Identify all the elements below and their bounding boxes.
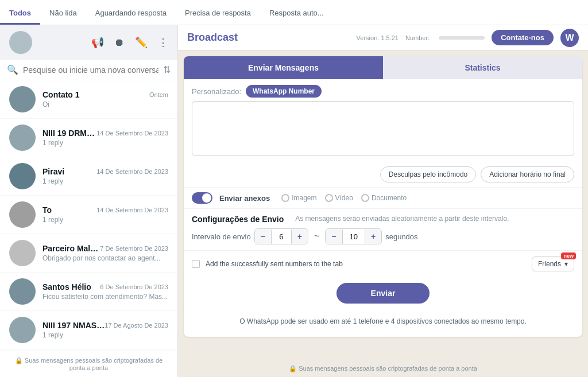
friends-label: Friends [538,260,561,268]
enviar-button[interactable]: Enviar [336,283,430,304]
sidebar-header: 📢 ⏺ ✏️ ⋮ [0,25,177,60]
conv-time: Ontem [149,91,168,98]
menu-icon[interactable]: ⋮ [158,36,168,49]
friends-select[interactable]: Friends ▾ new [532,256,574,271]
status-icon[interactable]: ⏺ [114,37,125,49]
message-area [192,101,574,156]
conv-msg: Ficou satisfeito com atendimento? Mas... [42,293,168,301]
number-label: Number: [405,34,430,41]
stepper-max-value: 10 [342,230,365,244]
list-item[interactable]: NIII 197 NMAS NMAS 17 De Agosto De 2023 … [0,311,177,349]
tab-resposta-auto[interactable]: Resposta auto... [260,3,333,25]
conv-content: To 14 De Setembro De 2023 1 reply [42,205,168,224]
tab-aguardando[interactable]: Aguardando resposta [86,3,176,25]
conv-name: Parceiro Mallorca - Al... [42,244,100,253]
broadcast-header-right: Version: 1.5.21 Number: Contate-nos W [357,29,579,47]
conv-content: NIII 19 DRMS NMAS 14 De Setembro De 2023… [42,129,168,147]
broadcast-panel: Broadcast Version: 1.5.21 Number: Contat… [178,25,588,377]
sidebar: 📢 ⏺ ✏️ ⋮ 🔍 ⇅ Contato 1 Ontem Oi [0,25,178,377]
conv-name: Santos Hélio [42,282,91,292]
sidebar-action-icons: 📢 ⏺ ✏️ ⋮ [91,36,168,49]
bottom-note-text: 🔒 Suas mensagens pessoais são criptograf… [289,365,477,372]
personalizado-row: Personalizado: WhatsApp Number [184,79,582,101]
whatsapp-number-badge[interactable]: WhatsApp Number [246,85,322,98]
stepper-min-plus[interactable]: + [292,229,308,244]
add-tab-row: Add the successfully sent numbers to the… [184,250,582,277]
conv-name: NIII 197 NMAS NMAS [42,321,105,330]
search-input[interactable] [23,65,158,75]
conv-time: 17 De Agosto De 2023 [105,322,168,329]
segundos-label: segundos [385,232,417,241]
stepper-max-plus[interactable]: + [365,229,381,244]
chevron-down-icon: ▾ [564,260,568,268]
interval-row: Intervalo de envio − 6 + ~ − 10 + segund… [192,228,574,244]
tab-statistics[interactable]: Statistics [383,56,582,79]
conv-msg: Obrigado por nos contactar ao agent... [42,254,168,262]
config-inner: Configurações de Envio As mensagens serã… [192,215,574,224]
broadcast-header: Broadcast Version: 1.5.21 Number: Contat… [178,25,588,50]
main-layout: 📢 ⏺ ✏️ ⋮ 🔍 ⇅ Contato 1 Ontem Oi [0,25,588,377]
adicionar-btn[interactable]: Adicionar horário no final [481,166,574,182]
avatar [9,163,36,189]
top-tabs-bar: Todos Não lida Aguardando resposta Preci… [0,0,588,25]
tab-precisa[interactable]: Precisa de resposta [176,3,260,25]
tab-enviar-mensagens[interactable]: Enviar Mensagens [184,56,383,79]
avatar [9,240,36,266]
conversation-list: Contato 1 Ontem Oi NIII 19 DRMS NMAS 14 … [0,80,177,351]
desculpas-btn[interactable]: Desculpas pelo incômodo [380,166,476,182]
broadcast-footer-note: O WhatsApp pode ser usado em até 1 telef… [189,312,577,331]
toggle-slider [192,192,212,204]
broadcast-icon[interactable]: 📢 [91,36,104,49]
search-bar: 🔍 ⇅ [0,60,177,80]
conv-content: Contato 1 Ontem Oi [42,90,168,108]
attachment-options: Imagem Vídeo Documento [281,194,407,202]
conv-time: 7 De Setembro De 2023 [100,245,168,252]
list-item[interactable]: Santos Hélio 6 De Setembro De 2023 Ficou… [0,273,177,311]
tab-nao-lida[interactable]: Não lida [40,3,86,25]
config-desc: As mensagens serão enviadas aleatoriamen… [295,215,509,224]
broadcast-card: Enviar Mensagens Statistics Personalizad… [184,56,582,337]
list-item[interactable]: Parceiro Mallorca - Al... 7 De Setembro … [0,234,177,273]
contate-nos-button[interactable]: Contate-nos [492,30,554,45]
radio-video[interactable]: Vídeo [325,194,353,202]
config-title-block: Configurações de Envio [192,215,284,224]
avatar [9,278,36,305]
conv-msg: Oi [42,100,168,108]
footer-text: 🔒 Suas mensagens pessoais são criptograf… [15,357,163,371]
search-icon: 🔍 [7,64,18,75]
list-item[interactable]: Piravi 14 De Setembro De 2023 1 reply [0,157,177,196]
avatar [9,201,36,228]
message-button-row: Desculpas pelo incômodo Adicionar horári… [184,162,582,187]
documento-label: Documento [372,194,407,202]
stepper-max-minus[interactable]: − [326,229,342,244]
radio-imagem[interactable]: Imagem [281,194,316,202]
avatar [9,125,36,151]
tab-todos[interactable]: Todos [0,3,40,25]
enviar-anexos-toggle[interactable] [192,192,212,204]
new-chat-icon[interactable]: ✏️ [135,36,148,49]
number-bar [439,36,485,40]
stepper-min-value: 6 [271,230,292,244]
conv-name: To [42,205,52,215]
new-badge: new [561,252,576,259]
w-icon: W [560,29,579,47]
conv-time: 14 De Setembro De 2023 [96,130,168,137]
message-textarea[interactable] [192,102,574,153]
stepper-min-minus[interactable]: − [255,229,271,244]
radio-circle-documento [361,194,369,202]
config-title: Configurações de Envio [192,215,284,224]
intervalo-label: Intervalo de envio [192,232,251,241]
radio-circle-video [325,194,333,202]
conv-name: NIII 19 DRMS NMAS [42,129,96,138]
list-item[interactable]: To 14 De Setembro De 2023 1 reply [0,196,177,234]
radio-documento[interactable]: Documento [361,194,407,202]
conv-msg: 1 reply [42,177,168,185]
list-item[interactable]: NIII 19 DRMS NMAS 14 De Setembro De 2023… [0,119,177,157]
conv-content: Piravi 14 De Setembro De 2023 1 reply [42,167,168,185]
filter-icon[interactable]: ⇅ [163,64,171,75]
personalizado-label: Personalizado: [192,87,241,96]
list-item[interactable]: Contato 1 Ontem Oi [0,80,177,119]
imagem-label: Imagem [292,194,316,202]
add-tab-checkbox[interactable] [192,260,200,268]
stepper-max: − 10 + [325,228,382,244]
